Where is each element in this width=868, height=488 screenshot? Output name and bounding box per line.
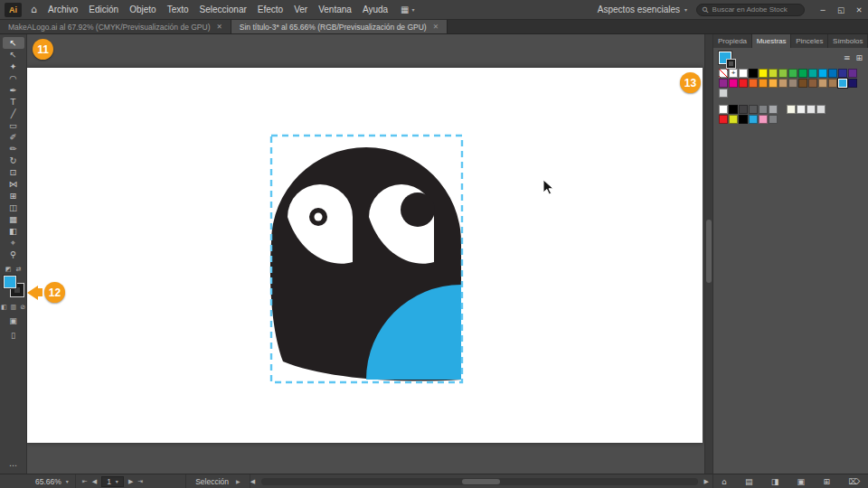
swatch[interactable] xyxy=(808,79,817,88)
panel-tab-smbolos[interactable]: Símbolos xyxy=(828,34,868,48)
swatch[interactable] xyxy=(739,115,748,124)
menu-texto[interactable]: Texto xyxy=(162,0,194,19)
swatch[interactable] xyxy=(749,79,758,88)
selection-tool[interactable]: ↖ xyxy=(3,37,24,49)
swatch[interactable] xyxy=(778,79,788,88)
illustrator-logo-icon[interactable]: Ai xyxy=(5,3,22,17)
swatch[interactable] xyxy=(788,79,797,88)
lasso-tool[interactable]: ◠ xyxy=(3,72,24,84)
swatch[interactable] xyxy=(828,69,837,78)
document-tab[interactable]: Sin título-3* al 65.66% (RGB/Previsualiz… xyxy=(231,20,448,33)
menu-ayuda[interactable]: Ayuda xyxy=(357,0,393,19)
swatch[interactable] xyxy=(719,115,728,124)
close-button[interactable]: ✕ xyxy=(850,0,868,20)
current-stroke-swatch[interactable] xyxy=(727,60,735,68)
swatch[interactable] xyxy=(769,115,778,124)
swatch[interactable] xyxy=(729,79,738,88)
next-artboard-button[interactable]: ▶ xyxy=(128,478,133,485)
swatch[interactable] xyxy=(759,79,768,88)
screen-mode-icon[interactable]: ▯ xyxy=(11,331,15,340)
delete-swatch-icon[interactable]: ⌦ xyxy=(848,477,860,486)
rotate-tool[interactable]: ↻ xyxy=(3,155,24,166)
swatch[interactable] xyxy=(769,105,778,114)
swatch[interactable] xyxy=(788,69,797,78)
list-view-icon[interactable]: ≡ xyxy=(844,53,851,62)
zoom-tool[interactable]: ⚲ xyxy=(3,249,24,260)
swatch-none[interactable] xyxy=(719,69,728,78)
default-colors-icon[interactable]: ◩ xyxy=(5,266,12,273)
libraries-icon[interactable]: ⌂ xyxy=(722,477,727,486)
grid-view-icon[interactable]: ⊞ xyxy=(855,53,863,62)
swatch[interactable] xyxy=(798,79,807,88)
swatch[interactable] xyxy=(769,79,778,88)
swatch-kinds-icon[interactable]: ▤ xyxy=(745,477,753,486)
swatch[interactable] xyxy=(787,105,796,114)
swatch[interactable] xyxy=(828,79,837,88)
current-fill-swatch[interactable] xyxy=(719,52,731,64)
zoom-level-dropdown[interactable]: 65.66% ▾ xyxy=(29,474,76,488)
magic-wand-tool[interactable]: ✦ xyxy=(3,61,24,72)
swatch-options-icon[interactable]: ◨ xyxy=(771,477,779,486)
paintbrush-tool[interactable]: ✐ xyxy=(3,131,24,143)
menu-seleccionar[interactable]: Seleccionar xyxy=(194,0,252,19)
menu-edicin[interactable]: Edición xyxy=(83,0,124,19)
panel-tab-pinceles[interactable]: Pinceles xyxy=(791,34,828,48)
swatch[interactable] xyxy=(719,105,728,114)
more-tools-icon[interactable]: ⋯ xyxy=(9,461,17,470)
swatch[interactable] xyxy=(739,105,748,114)
logo-artwork[interactable] xyxy=(253,127,488,398)
swap-colors-icon[interactable]: ⇄ xyxy=(15,266,21,273)
new-color-group-icon[interactable]: ▣ xyxy=(797,477,806,486)
menu-efecto[interactable]: Efecto xyxy=(252,0,288,19)
document-tab[interactable]: MakeALogo.ai al 67.92% (CMYK/Previsualiz… xyxy=(0,20,231,33)
horizontal-scrollbar-thumb[interactable] xyxy=(462,479,500,484)
swatch[interactable] xyxy=(739,69,748,78)
swatch[interactable] xyxy=(816,105,826,114)
mesh-tool[interactable]: ▦ xyxy=(3,213,24,225)
canvas[interactable] xyxy=(27,34,712,474)
vertical-scrollbar-thumb[interactable] xyxy=(706,220,712,283)
swatch[interactable] xyxy=(719,89,728,98)
swatch[interactable] xyxy=(818,79,827,88)
menu-archivo[interactable]: Archivo xyxy=(42,0,83,19)
last-artboard-button[interactable]: ⇥ xyxy=(137,478,143,485)
swatch[interactable] xyxy=(838,69,847,78)
swatch[interactable] xyxy=(729,105,738,114)
swatch[interactable] xyxy=(759,115,768,124)
swatch[interactable] xyxy=(838,79,847,88)
swatch[interactable] xyxy=(769,69,778,78)
swatch-registration[interactable]: + xyxy=(729,69,738,78)
width-tool[interactable]: ⋈ xyxy=(3,178,24,190)
eyedropper-tool[interactable]: ⌖ xyxy=(3,237,24,249)
menu-objeto[interactable]: Objeto xyxy=(124,0,161,19)
line-segment-tool[interactable]: ╱ xyxy=(3,108,24,119)
swatch[interactable] xyxy=(759,69,768,78)
swatch[interactable] xyxy=(848,79,857,88)
no-color-icon[interactable]: ⊘ xyxy=(20,304,25,311)
previous-artboard-button[interactable]: ◀ xyxy=(92,478,97,485)
minimize-button[interactable]: ─ xyxy=(814,0,832,20)
swatch[interactable] xyxy=(808,69,817,78)
shape-builder-tool[interactable]: ◫ xyxy=(3,202,24,213)
panel-tab-propieda[interactable]: Propieda xyxy=(713,34,752,48)
new-swatch-icon[interactable]: ⊞ xyxy=(823,477,830,486)
artboard-number-field[interactable]: 1 ▾ xyxy=(101,476,124,487)
swatch[interactable] xyxy=(807,105,816,114)
menu-ventana[interactable]: Ventana xyxy=(313,0,357,19)
horizontal-scrollbar[interactable] xyxy=(261,478,698,485)
swatch[interactable] xyxy=(729,115,738,124)
scale-tool[interactable]: ⊡ xyxy=(3,166,24,178)
swatch[interactable] xyxy=(749,69,758,78)
swatch[interactable] xyxy=(778,69,788,78)
scroll-right-icon[interactable]: ▶ xyxy=(704,478,709,485)
first-artboard-button[interactable]: ⇤ xyxy=(82,478,88,485)
gradient-tool[interactable]: ◧ xyxy=(3,225,24,237)
swatch[interactable] xyxy=(818,69,827,78)
workspace-switcher[interactable]: Aspectos esenciales ▾ xyxy=(589,5,696,14)
gradient-mode-icon[interactable]: ▥ xyxy=(11,304,17,311)
close-tab-icon[interactable]: ✕ xyxy=(216,23,222,31)
rectangle-tool[interactable]: ▭ xyxy=(3,119,24,131)
vertical-scrollbar[interactable] xyxy=(704,34,712,474)
status-display[interactable]: Selección ▶ xyxy=(185,474,250,488)
swatch[interactable] xyxy=(749,115,758,124)
